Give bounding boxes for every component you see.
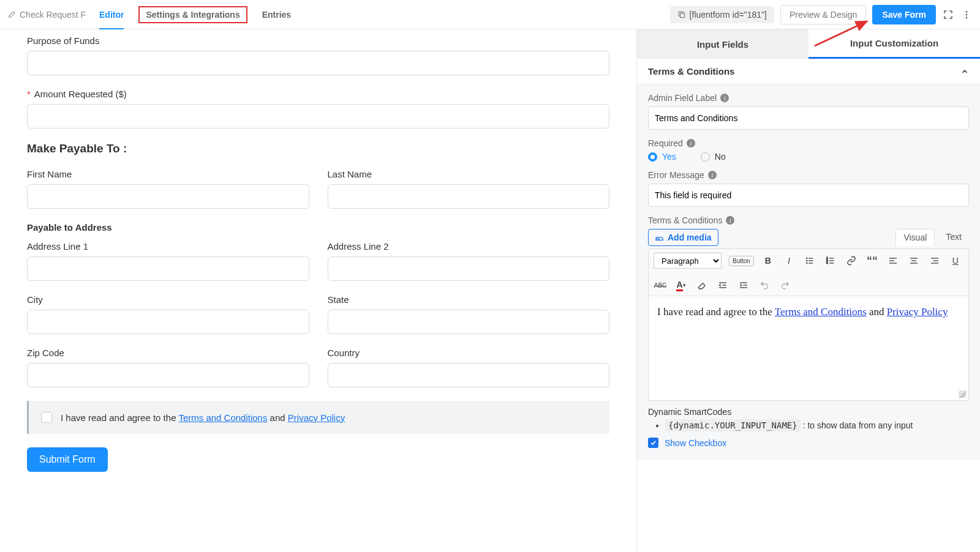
tab-settings[interactable]: Settings & Integrations	[138, 6, 247, 23]
dots-vertical-icon	[962, 10, 971, 20]
editor-controls-row: Add media Visual Text	[648, 229, 969, 246]
purpose-input[interactable]	[27, 51, 609, 75]
align-left-btn[interactable]	[886, 254, 900, 267]
info-icon[interactable]: i	[726, 216, 734, 225]
paragraph-select[interactable]: Paragraph	[654, 253, 722, 269]
privacy-link[interactable]: Privacy Policy	[288, 412, 345, 423]
show-checkbox-label: Show Checkbox	[665, 438, 726, 448]
purpose-field: Purpose of Funds	[27, 35, 609, 75]
svg-text:3: 3	[826, 261, 828, 264]
info-icon[interactable]: i	[708, 171, 717, 179]
preview-design-button[interactable]: Preview & Design	[780, 5, 867, 24]
info-icon[interactable]: i	[687, 139, 695, 147]
addr1-label: Address Line 1	[27, 241, 309, 252]
editor-toolbar: Paragraph Button B I 123 ““	[649, 249, 968, 296]
more-menu-button[interactable]	[960, 9, 973, 21]
pencil-icon	[7, 10, 16, 19]
admin-label-label: Admin Field Label i	[648, 93, 969, 103]
required-no[interactable]: No	[701, 152, 726, 162]
zip-input[interactable]	[27, 363, 309, 387]
city-input[interactable]	[27, 310, 309, 334]
svg-point-9	[807, 263, 807, 263]
address-row3: Zip Code Country	[27, 348, 609, 387]
first-name-input[interactable]	[27, 184, 309, 209]
country-input[interactable]	[328, 363, 610, 387]
terms-block[interactable]: I have read and agree to the Terms and C…	[27, 401, 609, 434]
link-btn[interactable]	[845, 254, 858, 267]
editor-tab-visual[interactable]: Visual	[895, 229, 935, 246]
payable-address-title: Payable to Address	[27, 222, 609, 233]
required-yes[interactable]: Yes	[648, 152, 676, 162]
align-right-btn[interactable]	[928, 254, 941, 267]
indent-btn[interactable]	[737, 278, 750, 292]
state-label: State	[328, 294, 610, 305]
outdent-icon	[718, 280, 728, 290]
editor-terms-link[interactable]: Terms and Conditions	[775, 306, 867, 318]
panel-body: Admin Field Label i Required i Yes No E	[637, 84, 980, 460]
bullet-list-icon	[805, 256, 815, 266]
italic-btn[interactable]: I	[782, 254, 796, 267]
state-input[interactable]	[328, 310, 610, 334]
first-name-label: First Name	[27, 169, 309, 179]
submit-form-button[interactable]: Submit Form	[27, 447, 108, 472]
strikethrough-btn[interactable]: ABC	[654, 278, 667, 292]
addr1-input[interactable]	[27, 256, 309, 281]
svg-point-3	[966, 17, 968, 18]
topbar-left: Check Request F… Editor Settings & Integ…	[7, 0, 291, 29]
required-radio-row: Yes No	[648, 152, 969, 162]
tab-editor[interactable]: Editor	[99, 0, 124, 29]
bold-btn[interactable]: B	[761, 254, 775, 267]
error-message-input[interactable]	[648, 184, 969, 207]
svg-point-7	[807, 260, 807, 261]
panel-tabs: Input Fields Input Customization	[637, 29, 980, 59]
terms-text: I have read and agree to the Terms and C…	[61, 412, 345, 423]
svg-point-2	[966, 13, 968, 15]
insert-button-btn[interactable]: Button	[729, 256, 754, 266]
svg-rect-0	[680, 13, 684, 17]
form-name[interactable]: Check Request F…	[7, 10, 87, 20]
show-checkbox-box[interactable]	[648, 438, 658, 448]
undo-btn[interactable]	[758, 278, 771, 292]
address-row1: Address Line 1 Address Line 2	[27, 241, 609, 281]
payable-section-title: Make Payable To :	[27, 142, 609, 155]
editor-privacy-link[interactable]: Privacy Policy	[887, 306, 948, 318]
redo-btn[interactable]	[778, 278, 792, 292]
text-color-btn[interactable]: A▾	[674, 278, 688, 292]
outdent-btn[interactable]	[716, 278, 729, 292]
align-center-btn[interactable]	[907, 254, 921, 267]
last-name-label: Last Name	[328, 169, 610, 179]
panel-section-header[interactable]: Terms & Conditions	[637, 59, 980, 84]
smartcodes-title: Dynamic SmartCodes	[648, 407, 969, 417]
side-panel: Input Fields Input Customization Terms &…	[637, 29, 980, 552]
panel-section-title: Terms & Conditions	[648, 66, 734, 76]
eraser-icon	[697, 280, 707, 290]
editor-content[interactable]: I have read and agree to the Terms and C…	[649, 296, 968, 400]
amount-field: *Amount Requested ($)	[27, 89, 609, 129]
panel-tab-fields[interactable]: Input Fields	[637, 29, 809, 59]
last-name-input[interactable]	[328, 184, 610, 209]
resize-handle[interactable]	[959, 390, 966, 398]
addr2-input[interactable]	[328, 256, 610, 281]
save-form-button[interactable]: Save Form	[872, 5, 936, 24]
info-icon[interactable]: i	[720, 94, 729, 102]
tab-entries[interactable]: Entries	[262, 0, 291, 29]
editor-tab-text[interactable]: Text	[938, 229, 969, 246]
blockquote-btn[interactable]: ““	[865, 254, 879, 267]
shortcode-display[interactable]: [fluentform id="181"]	[670, 6, 774, 23]
align-center-icon	[909, 256, 919, 266]
show-checkbox-row[interactable]: Show Checkbox	[648, 438, 969, 448]
add-media-button[interactable]: Add media	[648, 229, 718, 246]
terms-link[interactable]: Terms and Conditions	[178, 412, 267, 423]
form-canvas: Purpose of Funds *Amount Requested ($) M…	[0, 29, 637, 552]
admin-label-input[interactable]	[648, 106, 969, 130]
clear-format-btn[interactable]	[695, 278, 709, 292]
underline-btn[interactable]: U	[949, 254, 962, 267]
fullscreen-button[interactable]	[942, 9, 954, 21]
country-label: Country	[328, 348, 610, 358]
amount-input[interactable]	[27, 104, 609, 129]
bullet-list-btn[interactable]	[803, 254, 816, 267]
terms-checkbox[interactable]	[41, 412, 52, 423]
panel-tab-customization[interactable]: Input Customization	[809, 29, 980, 59]
indent-icon	[739, 280, 748, 290]
number-list-btn[interactable]: 123	[824, 254, 837, 267]
